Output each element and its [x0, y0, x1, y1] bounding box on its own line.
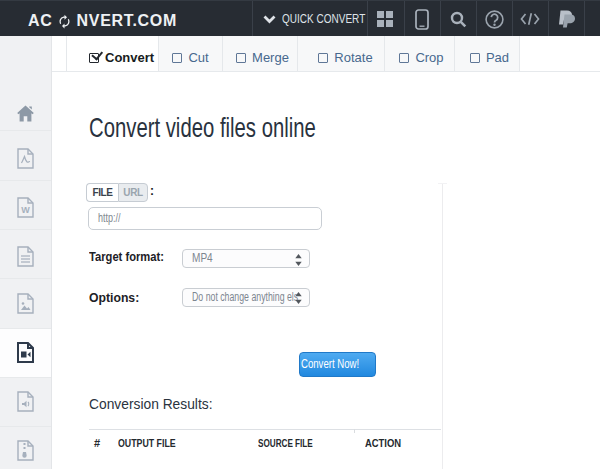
- svg-text:W: W: [21, 205, 30, 215]
